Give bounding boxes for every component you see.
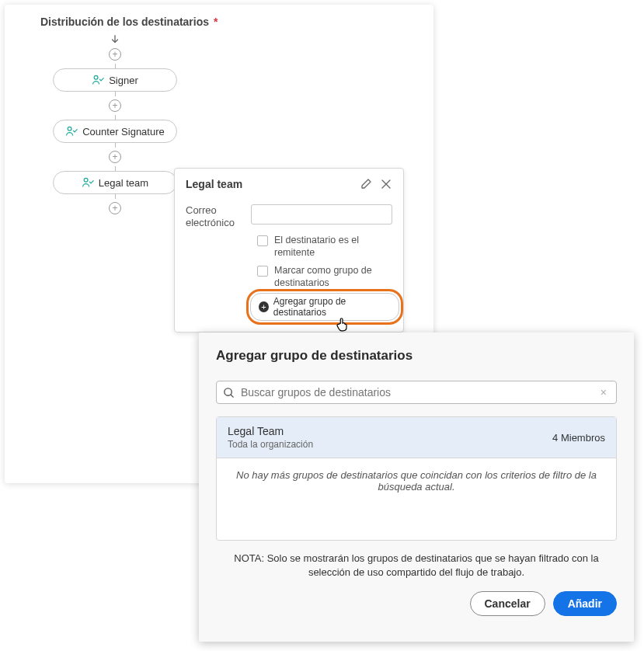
- recipient-node-legal-team[interactable]: Legal team: [53, 171, 177, 194]
- checkbox-sender-row: El destinatario es el remitente: [257, 235, 392, 259]
- popout-actions: [360, 178, 392, 190]
- email-label: Correo electrónico: [186, 204, 240, 228]
- group-scope: Toda la organización: [228, 439, 313, 450]
- section-title-text: Distribución de los destinatarios: [40, 16, 209, 28]
- edit-icon[interactable]: [360, 178, 372, 190]
- signer-icon: [82, 176, 94, 189]
- email-row: Correo electrónico: [186, 204, 392, 228]
- recipient-editor-popout: Legal team Correo electrónico El destina…: [174, 168, 404, 332]
- cancel-button[interactable]: Cancelar: [470, 591, 545, 616]
- no-more-groups-message: No hay más grupos de destinatarios que c…: [217, 458, 616, 503]
- svg-point-0: [94, 75, 98, 79]
- recipient-node-label: Legal team: [99, 177, 148, 189]
- svg-point-2: [84, 178, 88, 182]
- checkbox-group[interactable]: [257, 266, 268, 277]
- add-recipient-group-label: Agregar grupo de destinatarios: [273, 296, 391, 318]
- connector-line: [115, 92, 116, 96]
- recipient-node-signer[interactable]: Signer: [53, 68, 177, 92]
- add-recipient-group-button[interactable]: + Agregar grupo de destinatarios: [250, 293, 399, 321]
- checkbox-sender-label: El destinatario es el remitente: [274, 235, 392, 259]
- modal-note: NOTA: Solo se mostrarán los grupos de de…: [216, 552, 617, 579]
- signer-icon: [65, 125, 78, 138]
- add-recipient-button[interactable]: +: [109, 151, 121, 163]
- add-recipient-button[interactable]: +: [109, 202, 121, 214]
- connector-line: [115, 194, 116, 199]
- popout-title: Legal team: [186, 178, 242, 190]
- checkbox-sender[interactable]: [257, 235, 268, 246]
- group-name: Legal Team: [228, 425, 313, 437]
- connector-line: [115, 143, 116, 148]
- svg-point-1: [68, 127, 71, 131]
- search-field-wrap: ×: [216, 381, 617, 404]
- section-title: Distribución de los destinatarios *: [40, 16, 424, 28]
- modal-title: Agregar grupo de destinatarios: [216, 348, 617, 364]
- email-input[interactable]: [251, 204, 392, 225]
- add-recipient-button[interactable]: +: [109, 48, 121, 61]
- recipient-node-label: Signer: [109, 75, 138, 86]
- search-input[interactable]: [241, 386, 591, 399]
- arrow-down-icon: [110, 34, 120, 45]
- recipient-node-label: Counter Signature: [82, 126, 165, 138]
- checkbox-group-label: Marcar como grupo de destinatarios: [274, 265, 392, 289]
- signer-icon: [92, 74, 104, 86]
- add-recipient-group-modal: Agregar grupo de destinatarios × Legal T…: [199, 332, 634, 642]
- plus-circle-icon: +: [259, 301, 269, 312]
- popout-header: Legal team: [186, 178, 392, 190]
- group-result-text: Legal Team Toda la organización: [228, 425, 313, 450]
- cursor-hand-icon: [334, 316, 351, 333]
- add-recipient-button[interactable]: +: [109, 99, 121, 112]
- recipient-node-counter-signature[interactable]: Counter Signature: [53, 120, 177, 143]
- checkbox-group-row: Marcar como grupo de destinatarios: [257, 265, 392, 289]
- add-button[interactable]: Añadir: [553, 591, 617, 616]
- search-icon: [223, 387, 235, 399]
- modal-footer: Cancelar Añadir: [216, 591, 617, 616]
- add-group-highlight: + Agregar grupo de destinatarios: [246, 289, 403, 325]
- group-result-item[interactable]: Legal Team Toda la organización 4 Miembr…: [217, 417, 616, 458]
- group-members-count: 4 Miembros: [552, 432, 605, 444]
- clear-search-button[interactable]: ×: [597, 386, 610, 399]
- close-icon[interactable]: [380, 178, 392, 190]
- required-asterisk: *: [214, 16, 218, 28]
- group-result-list: Legal Team Toda la organización 4 Miembr…: [216, 416, 617, 541]
